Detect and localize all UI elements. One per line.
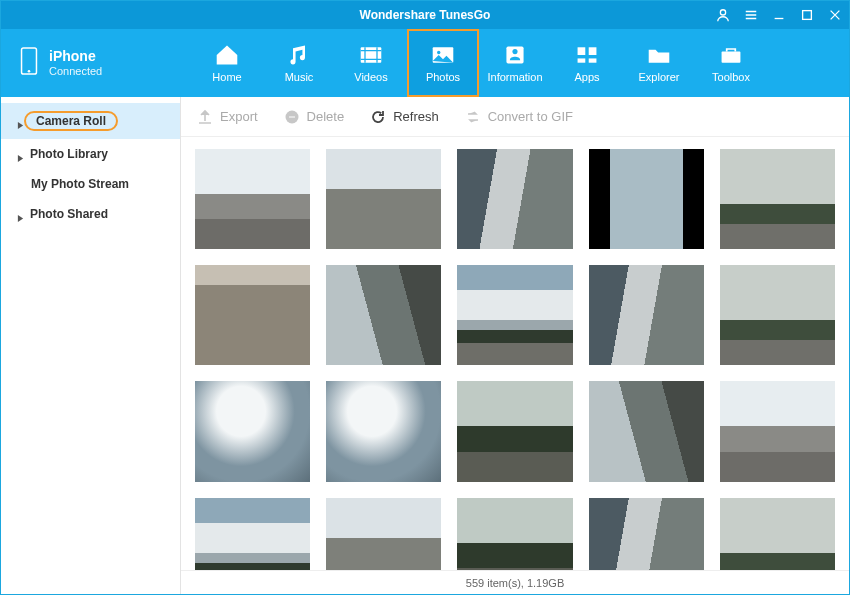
- device-name: iPhone: [49, 49, 102, 64]
- videos-icon: [357, 43, 385, 67]
- app-title: Wondershare TunesGo: [360, 8, 491, 22]
- photo-thumbnail[interactable]: [195, 265, 310, 365]
- photo-thumbnail[interactable]: [326, 498, 441, 570]
- status-text: 559 item(s), 1.19GB: [466, 577, 564, 589]
- svg-rect-15: [288, 116, 295, 118]
- photo-thumbnail[interactable]: [720, 149, 835, 249]
- photo-thumbnail[interactable]: [457, 149, 572, 249]
- tab-label: Toolbox: [712, 71, 750, 83]
- button-label: Export: [220, 109, 258, 124]
- tab-label: Information: [487, 71, 542, 83]
- button-label: Delete: [307, 109, 345, 124]
- sidebar-item-camera-roll[interactable]: Camera Roll: [1, 103, 180, 139]
- chevron-right-icon: [17, 151, 24, 158]
- svg-rect-11: [578, 58, 586, 62]
- tab-photos[interactable]: Photos: [407, 29, 479, 97]
- tab-apps[interactable]: Apps: [551, 29, 623, 97]
- close-icon[interactable]: [827, 7, 843, 23]
- tab-videos[interactable]: Videos: [335, 29, 407, 97]
- tab-explorer[interactable]: Explorer: [623, 29, 695, 97]
- tab-label: Apps: [574, 71, 599, 83]
- sidebar-item-photo-shared[interactable]: Photo Shared: [1, 199, 180, 229]
- svg-rect-13: [722, 52, 741, 63]
- tab-toolbox[interactable]: Toolbox: [695, 29, 767, 97]
- svg-point-8: [512, 49, 517, 54]
- tab-label: Photos: [426, 71, 460, 83]
- tab-music[interactable]: Music: [263, 29, 335, 97]
- minimize-icon[interactable]: [771, 7, 787, 23]
- photo-thumbnail[interactable]: [457, 498, 572, 570]
- device-pane[interactable]: iPhone Connected: [1, 29, 181, 97]
- button-label: Convert to GIF: [488, 109, 573, 124]
- toolbar: Export Delete Refresh Convert to GIF: [181, 97, 849, 137]
- photo-thumbnail[interactable]: [720, 498, 835, 570]
- photo-thumbnail[interactable]: [589, 381, 704, 481]
- menu-icon[interactable]: [743, 7, 759, 23]
- body: Camera Roll Photo Library My Photo Strea…: [1, 97, 849, 594]
- chevron-right-icon: [17, 211, 24, 218]
- user-icon[interactable]: [715, 7, 731, 23]
- photo-thumbnail[interactable]: [720, 265, 835, 365]
- status-bar: 559 item(s), 1.19GB: [181, 570, 849, 594]
- home-icon: [213, 43, 241, 67]
- tab-home[interactable]: Home: [191, 29, 263, 97]
- tab-label: Home: [212, 71, 241, 83]
- sidebar-item-my-photo-stream[interactable]: My Photo Stream: [1, 169, 180, 199]
- photo-thumbnail[interactable]: [457, 265, 572, 365]
- device-status: Connected: [49, 65, 102, 77]
- thumbnail-grid-wrap: [181, 137, 849, 570]
- photo-thumbnail[interactable]: [589, 498, 704, 570]
- photo-thumbnail[interactable]: [195, 498, 310, 570]
- svg-rect-1: [803, 11, 812, 20]
- photo-thumbnail[interactable]: [457, 381, 572, 481]
- sidebar-item-label: Photo Shared: [30, 207, 108, 221]
- tab-information[interactable]: Information: [479, 29, 551, 97]
- photo-thumbnail[interactable]: [326, 149, 441, 249]
- export-button[interactable]: Export: [197, 109, 258, 125]
- tab-label: Music: [285, 71, 314, 83]
- apps-icon: [573, 43, 601, 67]
- photo-thumbnail[interactable]: [326, 265, 441, 365]
- delete-button[interactable]: Delete: [284, 109, 345, 125]
- titlebar: Wondershare TunesGo: [1, 1, 849, 29]
- refresh-icon: [370, 109, 386, 125]
- sidebar-item-label: Camera Roll: [36, 114, 106, 128]
- photo-thumbnail[interactable]: [589, 265, 704, 365]
- top-nav: iPhone Connected Home Music Videos Photo…: [1, 29, 849, 97]
- photos-icon: [429, 43, 457, 67]
- svg-point-0: [720, 10, 725, 15]
- explorer-icon: [645, 43, 673, 67]
- svg-rect-10: [589, 47, 597, 55]
- window-controls: [715, 1, 843, 29]
- photo-thumbnail[interactable]: [195, 149, 310, 249]
- information-icon: [501, 43, 529, 67]
- refresh-button[interactable]: Refresh: [370, 109, 439, 125]
- photo-thumbnail[interactable]: [589, 149, 704, 249]
- tab-label: Explorer: [639, 71, 680, 83]
- convert-icon: [465, 109, 481, 125]
- svg-rect-9: [578, 47, 586, 55]
- main: Export Delete Refresh Convert to GIF: [181, 97, 849, 594]
- sidebar-item-label: My Photo Stream: [31, 177, 129, 191]
- export-icon: [197, 109, 213, 125]
- chevron-right-icon: [17, 118, 24, 125]
- convert-gif-button[interactable]: Convert to GIF: [465, 109, 573, 125]
- phone-icon: [19, 47, 39, 79]
- nav-tabs: Home Music Videos Photos Information App…: [181, 29, 849, 97]
- sidebar-item-label: Photo Library: [30, 147, 108, 161]
- svg-rect-4: [361, 47, 382, 62]
- photo-thumbnail[interactable]: [195, 381, 310, 481]
- button-label: Refresh: [393, 109, 439, 124]
- music-icon: [285, 43, 313, 67]
- photo-thumbnail[interactable]: [326, 381, 441, 481]
- svg-point-6: [437, 51, 440, 54]
- sidebar: Camera Roll Photo Library My Photo Strea…: [1, 97, 181, 594]
- svg-point-3: [28, 70, 31, 73]
- toolbox-icon: [717, 43, 745, 67]
- photo-thumbnail[interactable]: [720, 381, 835, 481]
- maximize-icon[interactable]: [799, 7, 815, 23]
- thumbnail-grid: [195, 149, 835, 570]
- delete-icon: [284, 109, 300, 125]
- sidebar-item-photo-library[interactable]: Photo Library: [1, 139, 180, 169]
- svg-rect-12: [589, 58, 597, 62]
